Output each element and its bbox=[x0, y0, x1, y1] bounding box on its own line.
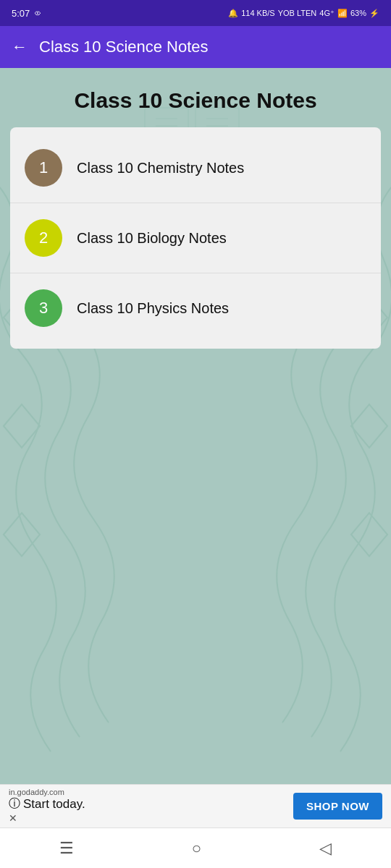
status-bar: 5:07 ᯣ 🔔 114 KB/S YOB LTEN 4G⁺ 📶 63% ⚡ bbox=[0, 0, 391, 26]
content-card: 1 Class 10 Chemistry Notes 2 Class 10 Bi… bbox=[10, 127, 381, 349]
ad-banner: in.godaddy.com ⓘ Start today. ✕ SHOP NOW bbox=[0, 784, 391, 827]
item-badge-3: 3 bbox=[25, 289, 62, 327]
status-carrier: ᯣ bbox=[34, 8, 43, 19]
item-badge-2: 2 bbox=[25, 219, 62, 257]
item-label-2: Class 10 Biology Notes bbox=[77, 230, 227, 247]
status-bolt-icon: ⚡ bbox=[369, 9, 379, 18]
status-bell-icon: 🔔 bbox=[228, 9, 238, 18]
nav-home-icon[interactable]: ○ bbox=[192, 839, 201, 858]
ad-main-text: Start today. bbox=[23, 797, 85, 812]
status-time: 5:07 bbox=[12, 8, 30, 19]
ad-info-icon: ⓘ bbox=[9, 796, 20, 812]
ad-text-block: in.godaddy.com ⓘ Start today. ✕ bbox=[9, 788, 286, 825]
status-left: 5:07 ᯣ bbox=[12, 8, 43, 19]
back-button[interactable]: ← bbox=[12, 39, 28, 55]
bottom-nav: ☰ ○ ◁ bbox=[0, 827, 391, 868]
page-title: Class 10 Science Notes bbox=[14, 88, 377, 113]
ad-shop-button[interactable]: SHOP NOW bbox=[293, 793, 382, 820]
nav-back-icon[interactable]: ◁ bbox=[319, 839, 332, 858]
page-title-area: Class 10 Science Notes bbox=[0, 68, 391, 122]
item-badge-1: 1 bbox=[25, 149, 62, 187]
ad-close-icon[interactable]: ✕ bbox=[9, 812, 17, 824]
appbar-title: Class 10 Science Notes bbox=[39, 38, 379, 56]
list-item[interactable]: 3 Class 10 Physics Notes bbox=[10, 273, 381, 343]
app-bar: ← Class 10 Science Notes bbox=[0, 26, 391, 68]
status-battery: 63% bbox=[350, 9, 366, 17]
ad-source: in.godaddy.com bbox=[9, 788, 286, 796]
status-signal-text: 114 KB/S bbox=[241, 9, 274, 17]
nav-menu-icon[interactable]: ☰ bbox=[59, 839, 74, 858]
list-item[interactable]: 1 Class 10 Chemistry Notes bbox=[10, 133, 381, 203]
item-label-1: Class 10 Chemistry Notes bbox=[77, 160, 244, 176]
main-content-area: Class 10 Science Notes 1 Class 10 Chemis… bbox=[0, 68, 391, 784]
status-wifi-icon: 📶 bbox=[337, 9, 348, 18]
ad-info-row: ⓘ Start today. bbox=[9, 796, 286, 812]
list-item[interactable]: 2 Class 10 Biology Notes bbox=[10, 203, 381, 273]
item-label-3: Class 10 Physics Notes bbox=[77, 300, 229, 317]
status-4g-icon: 4G⁺ bbox=[319, 9, 335, 18]
status-network-text: YOB LTEN bbox=[278, 9, 317, 17]
status-right: 🔔 114 KB/S YOB LTEN 4G⁺ 📶 63% ⚡ bbox=[228, 9, 379, 18]
